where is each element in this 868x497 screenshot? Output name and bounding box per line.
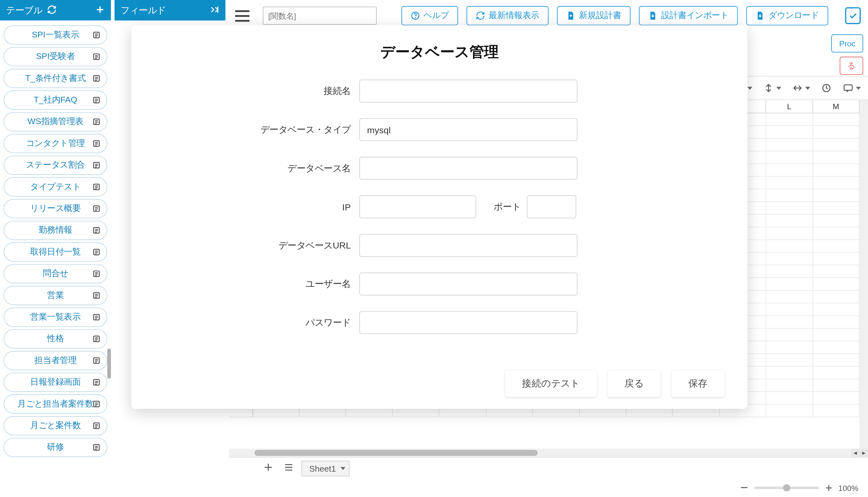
grid-cell[interactable] (813, 404, 859, 417)
table-item[interactable]: SPI一覧表示 (3, 25, 107, 45)
comment-icon[interactable] (843, 83, 861, 93)
grid-cell[interactable] (766, 316, 813, 329)
table-item[interactable]: 日報登録画面 (3, 373, 107, 392)
grid-cell[interactable] (766, 354, 813, 367)
zoom-in-icon[interactable]: + (825, 481, 832, 495)
grid-cell[interactable] (813, 367, 859, 379)
table-item[interactable]: 月ごと担当者案件数 (3, 395, 107, 414)
input-user[interactable] (359, 273, 577, 296)
input-port[interactable] (527, 196, 576, 218)
test-connection-button[interactable]: 接続のテスト (505, 370, 597, 397)
zoom-out-icon[interactable]: − (740, 480, 748, 495)
grid-cell[interactable] (766, 265, 813, 278)
download-button[interactable]: ダウンロード (746, 6, 828, 25)
input-db-type[interactable] (359, 118, 577, 141)
grid-cell[interactable] (766, 253, 813, 265)
grid-cell[interactable] (813, 126, 859, 139)
grid-cell[interactable] (813, 164, 859, 177)
refresh-icon[interactable] (47, 4, 57, 16)
table-item[interactable]: 問合せ (3, 264, 107, 283)
grid-cell[interactable] (766, 177, 813, 189)
grid-cell[interactable] (766, 291, 813, 303)
grid-cell[interactable] (813, 202, 859, 215)
table-item[interactable]: WS指摘管理表 (3, 112, 107, 131)
grid-cell[interactable] (766, 341, 813, 354)
grid-cell[interactable] (813, 392, 859, 404)
add-sheet-icon[interactable] (260, 459, 276, 477)
grid-cell[interactable] (766, 240, 813, 253)
grid-cell[interactable] (766, 164, 813, 177)
collapse-icon[interactable] (210, 4, 219, 16)
grid-cell[interactable] (813, 316, 859, 329)
grid-cell[interactable] (766, 139, 813, 151)
grid-cell[interactable] (813, 379, 859, 392)
table-item[interactable]: 担当者管理 (3, 351, 107, 370)
input-url[interactable] (359, 234, 577, 257)
grid-cell[interactable] (766, 215, 813, 227)
grid-cell[interactable] (766, 303, 813, 316)
table-item[interactable]: 勤務情報 (3, 221, 107, 240)
zoom-slider[interactable] (754, 486, 819, 489)
tables-scrollbar[interactable] (107, 20, 111, 497)
grid-cell[interactable] (766, 113, 813, 126)
grid-cell[interactable] (813, 177, 859, 189)
table-item[interactable]: リリース概要 (3, 199, 107, 218)
grid-v-scrollbar[interactable] (859, 100, 868, 449)
input-password[interactable] (359, 311, 577, 334)
grid-cell[interactable] (813, 215, 859, 227)
grid-cell[interactable] (766, 227, 813, 240)
grid-cell[interactable] (813, 303, 859, 316)
table-item[interactable]: 営業 (3, 286, 107, 305)
input-ip[interactable] (359, 196, 476, 218)
menu-icon[interactable] (235, 7, 251, 24)
column-header[interactable]: M (813, 100, 859, 113)
table-item[interactable]: 研修 (3, 438, 107, 457)
sheets-menu-icon[interactable] (281, 459, 296, 477)
grid-cell[interactable] (766, 151, 813, 164)
danger-button[interactable]: る (840, 57, 863, 75)
help-button[interactable]: ヘルプ (401, 6, 458, 25)
grid-cell[interactable] (813, 341, 859, 354)
table-item[interactable]: タイプテスト (3, 178, 107, 197)
grid-cell[interactable] (766, 126, 813, 139)
function-name-input[interactable] (263, 7, 377, 25)
import-button[interactable]: 設計書インポート (639, 6, 738, 25)
table-item[interactable]: T_条件付き書式 (3, 69, 107, 88)
table-item[interactable]: 性格 (3, 329, 107, 349)
grid-cell[interactable] (766, 189, 813, 202)
grid-cell[interactable] (813, 329, 859, 341)
grid-cell[interactable] (766, 367, 813, 379)
sheet-tab[interactable]: Sheet1 (301, 460, 350, 476)
grid-h-scrollbar[interactable]: ◄► (229, 449, 868, 457)
table-item[interactable]: ステータス割合 (3, 156, 107, 175)
toolbar-dropdown-1[interactable] (748, 87, 752, 90)
grid-cell[interactable] (766, 202, 813, 215)
refresh-button[interactable]: 最新情報表示 (466, 6, 548, 25)
proc-button[interactable]: Proc (831, 34, 863, 52)
add-table-icon[interactable] (95, 4, 105, 16)
input-db-name[interactable] (359, 157, 577, 180)
grid-cell[interactable] (766, 278, 813, 291)
grid-cell[interactable] (766, 379, 813, 392)
grid-cell[interactable] (813, 139, 859, 151)
grid-cell[interactable] (813, 291, 859, 303)
grid-cell[interactable] (813, 227, 859, 240)
table-item[interactable]: 取得日付一覧 (3, 242, 107, 262)
table-item[interactable]: コンタクト管理 (3, 134, 107, 153)
column-header[interactable]: L (766, 100, 813, 113)
valign-icon[interactable] (763, 83, 781, 93)
autofilter-icon[interactable] (821, 83, 832, 93)
new-doc-button[interactable]: 新規設計書 (557, 6, 631, 25)
table-item[interactable]: 営業一覧表示 (3, 308, 107, 327)
grid-cell[interactable] (813, 265, 859, 278)
save-button[interactable]: 保存 (671, 370, 725, 397)
grid-cell[interactable] (766, 329, 813, 341)
table-item[interactable]: SPI受験者 (3, 47, 107, 66)
grid-cell[interactable] (813, 151, 859, 164)
grid-cell[interactable] (813, 113, 859, 126)
grid-cell[interactable] (766, 404, 813, 417)
back-button[interactable]: 戻る (608, 370, 661, 397)
input-conn-name[interactable] (359, 80, 577, 102)
grid-cell[interactable] (813, 253, 859, 265)
grid-cell[interactable] (813, 240, 859, 253)
